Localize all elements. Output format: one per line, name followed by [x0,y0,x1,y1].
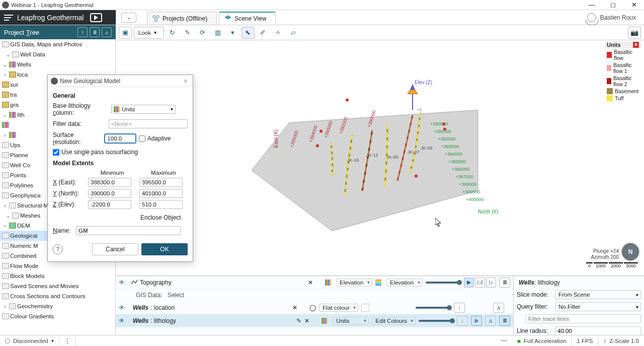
window-minimize-button[interactable]: — [586,1,598,9]
filter-toggle-icon[interactable]: ⫸ [471,316,482,326]
z-min-input[interactable]: -2200.0 [88,200,131,209]
tree-item-flowmod[interactable]: Flow Mode [0,261,115,271]
compass-icon[interactable]: N [622,243,639,260]
edit-colours-button[interactable]: Edit Colours [372,317,416,325]
colour-mode-select[interactable]: Flat colour [319,304,358,312]
tree-item-saved[interactable]: Saved Scenes and Movies [0,281,115,291]
global-dropdown[interactable]: ⌄ [116,10,141,25]
svg-text:JK-07: JK-07 [408,150,420,155]
adaptive-checkbox[interactable]: Adaptive [139,135,188,142]
scene-item-wells-location[interactable]: 👁 Wells: location ✕ ◯ Flat colour i A [116,301,513,314]
svg-text:+395000: +395000 [448,159,466,164]
user-menu[interactable]: Bastien Roux [587,10,644,25]
reset-view-icon[interactable]: ⟳ [196,27,209,39]
status-menu-icon[interactable]: ⋮ [59,335,76,346]
line-radius-input[interactable] [555,326,641,335]
tree-item-well-data[interactable]: ⌄Well Data [0,49,115,59]
colour-ramp-select[interactable]: Elevation [386,279,423,287]
cancel-button[interactable]: Cancel [92,243,138,255]
connection-icon [5,338,10,343]
dialog-icon [51,78,58,85]
scene-item-topography[interactable]: 👁 Topography ✕ Elevation Elevation ▶ ▷| [116,276,513,289]
base-lithology-select[interactable]: Units [111,105,176,114]
slice-mode-select[interactable]: From Scene [555,290,641,299]
tree-pause-button[interactable]: ⏸ [90,27,100,37]
x-max-input[interactable]: 395500.0 [139,178,183,187]
loop-icon[interactable]: ▷ [486,278,496,288]
scene-viewport[interactable]: Elev (Z) +0 East (X) +395000 +394000 +39… [116,40,644,275]
info-toggle-icon[interactable]: i [454,303,465,313]
tab-scene-view[interactable]: Scene View [219,12,276,25]
label-toggle-icon[interactable]: A [493,303,504,313]
legend-units: Units× Basaltic flow Basaltic flow 1 Bas… [605,41,641,102]
info-toggle-icon[interactable]: i [457,316,468,326]
opacity-slider[interactable] [426,282,461,284]
y-max-input[interactable]: 401000.0 [139,189,183,198]
visibility-icon[interactable]: 👁 [119,317,128,324]
opacity-slider[interactable] [419,320,454,322]
opacity-slider[interactable] [416,307,451,309]
tree-item-gis[interactable]: GIS Data, Maps and Photos [0,39,115,49]
enclose-object-select[interactable]: Enclose Object [140,214,188,221]
save-scene-icon[interactable]: ▣ [119,27,132,39]
status-chart-icon[interactable]: 〰 [496,335,512,346]
look-dropdown[interactable]: Look▾ [134,27,164,39]
query-filter-select[interactable]: No Filter [555,302,641,311]
tree-search-button[interactable]: ⌕ [102,27,112,37]
y-min-input[interactable]: 390000.0 [88,189,131,198]
gis-data-selector[interactable]: GIS Data: Select [116,289,513,301]
play-button[interactable] [84,10,109,25]
colour-mode-select[interactable]: Units [333,317,369,325]
list-toggle-icon[interactable]: ≣ [499,316,510,326]
pen-icon[interactable]: ✎ [181,27,194,39]
tree-up-button[interactable]: ↑ [77,27,88,37]
scale-bar: 0 1000 2000 3000 [585,261,639,269]
tree-item-colgrad[interactable]: Colour Gradients [0,311,115,321]
window-restore-button[interactable]: ◻ [607,1,619,9]
slicer-icon[interactable]: ▥ [211,27,224,39]
eraser-icon[interactable]: ▱ [287,27,300,39]
rotate-icon[interactable]: ↻ [166,27,179,39]
window-close-button[interactable]: ✕ [628,1,640,9]
step-icon[interactable]: ▷| [475,278,485,288]
surface-resolution-input[interactable]: 100.0 [105,134,135,143]
tree-item-geochem[interactable]: ›Geochemistry [0,301,115,311]
measure-icon[interactable]: ✐ [257,27,270,39]
remove-icon[interactable]: ✕ [292,304,297,311]
filter-trace-input[interactable] [526,314,641,323]
model-name-input[interactable] [76,226,181,235]
ruler-icon[interactable]: ✧ [272,27,285,39]
x-min-input[interactable]: 388300.0 [88,178,131,187]
legend-close-icon[interactable]: × [633,42,639,48]
svg-marker-3 [225,16,231,19]
tree-item-cross[interactable]: Cross Sections and Contours [0,291,115,301]
slicer-dropdown-icon[interactable]: ▾ [226,27,239,39]
filter-data-input[interactable] [109,119,188,128]
tab-projects[interactable]: Projects (Offline) [147,12,217,25]
label-toggle-icon[interactable]: A [485,316,496,326]
select-tool-icon[interactable]: ⬉ [242,27,255,39]
z-max-input[interactable]: 510.0 [139,200,183,209]
ok-button[interactable]: OK [141,243,188,255]
tree-item-blockmod[interactable]: Block Models [0,271,115,281]
scene-item-wells-lithology[interactable]: 👁 Wells: lithology ✎ ✕ Units Edit Colour… [116,314,513,327]
edit-icon[interactable]: ✎ [296,317,301,324]
main-menu-button[interactable] [0,10,16,25]
screenshot-icon[interactable]: 📷 [628,27,641,39]
colour-swatch[interactable] [361,304,369,312]
svg-text:+396000: +396000 [452,167,469,172]
remove-icon[interactable]: ✕ [308,279,313,286]
visibility-icon[interactable]: 👁 [119,279,128,286]
colour-mode-select[interactable]: Elevation [336,279,372,287]
remove-icon[interactable]: ✕ [304,317,309,324]
window-title-bar: Webinar 1 - Leapfrog Geothermal — ◻ ✕ [0,0,644,10]
help-icon[interactable]: ? [53,244,63,254]
gis-select[interactable]: Select [168,292,195,299]
visibility-icon[interactable]: 👁 [119,304,128,311]
z-scale-control[interactable]: ↕Z-Scale 1.0 [598,335,644,346]
single-pass-checkbox[interactable]: Use single pass isosurfacing [53,149,188,156]
list-toggle-icon[interactable]: ≣ [499,278,510,288]
play-icon[interactable]: ▶ [464,278,474,288]
dialog-close-icon[interactable]: × [182,77,190,85]
tree-item-wells[interactable]: ⌄Wells [0,59,115,70]
